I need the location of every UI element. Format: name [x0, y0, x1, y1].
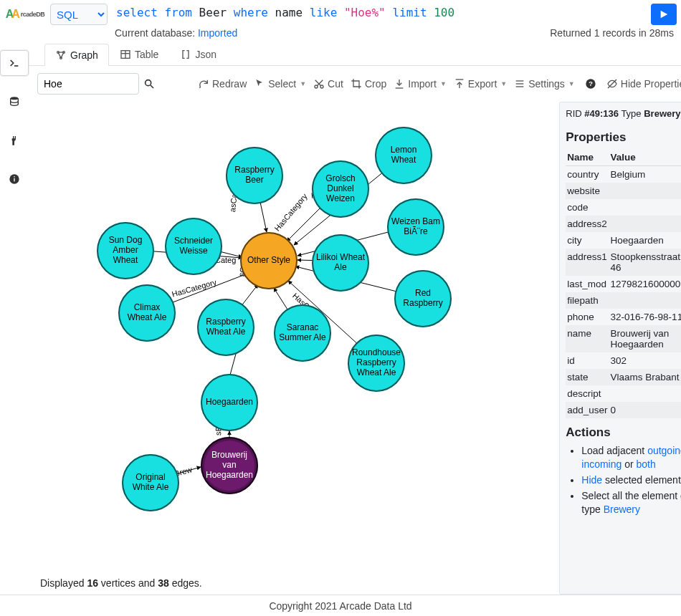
svg-text:?: ?	[589, 80, 593, 87]
action-hide-selected: Hide selected elements	[581, 473, 681, 487]
property-row: address2	[566, 216, 681, 232]
link-incoming[interactable]: incoming	[581, 458, 622, 470]
properties-col-name: Name	[566, 149, 609, 166]
graph-icon	[55, 49, 67, 61]
redraw-button[interactable]: Redraw	[198, 78, 247, 90]
result-tabs: Graph Table Json	[29, 43, 681, 66]
property-row: stateVlaams Brabant	[566, 369, 681, 385]
svg-line-11	[58, 52, 61, 58]
property-row: filepath	[566, 292, 681, 309]
settings-dropdown[interactable]: Settings▼	[514, 78, 575, 90]
footer-text: Copyright 2021 Arcade Data Ltd	[0, 595, 681, 616]
graph-node[interactable]: Original White Ale	[122, 454, 179, 511]
nav-info-icon[interactable]	[0, 166, 29, 192]
nav-database-icon[interactable]	[0, 89, 29, 115]
query-result-status: Returned 1 records in 28ms	[550, 27, 674, 39]
properties-panel: RID #49:136 Type Brewery Properties Name…	[559, 102, 681, 595]
properties-col-value: Value	[609, 149, 681, 166]
graph-node[interactable]: Roundhouse Raspberry Wheat Ale	[348, 335, 405, 392]
properties-table: Name Value countryBelgiumwebsitecodeaddr…	[566, 149, 681, 418]
actions-heading: Actions	[566, 425, 681, 440]
property-row: phone32-016-76-98-11	[566, 309, 681, 325]
svg-line-16	[151, 85, 153, 88]
query-language-select[interactable]: SQL	[50, 4, 108, 25]
svg-rect-4	[14, 178, 14, 182]
link-outgoing[interactable]: outgoing	[647, 445, 681, 456]
graph-node[interactable]: Sun Dog Amber Wheat	[97, 222, 154, 279]
search-button[interactable]	[143, 78, 155, 90]
graph-node[interactable]: Lilikoi Wheat Ale	[312, 234, 369, 292]
property-row: last_mod1279821600000	[566, 276, 681, 292]
svg-marker-0	[661, 11, 668, 19]
graph-node[interactable]: Weizen Bam BiÃ¨re	[387, 198, 444, 256]
search-icon	[143, 78, 155, 90]
pointer-icon	[254, 78, 265, 90]
export-icon	[454, 78, 465, 90]
cut-button[interactable]: Cut	[313, 78, 343, 90]
action-select-all-type: Select all the element of type Brewery	[581, 489, 681, 516]
settings-icon	[514, 78, 525, 90]
graph-node[interactable]: Raspberry Beer	[226, 147, 283, 204]
query-input[interactable]: select from Beer where name like "Hoe%" …	[112, 4, 647, 25]
graph-canvas[interactable]: HasCategory HasCategory HasCategory Cate…	[29, 102, 559, 595]
property-row: nameBrouwerij van Hoegaarden	[566, 325, 681, 352]
graph-node[interactable]: Climax Wheat Ale	[118, 284, 176, 342]
crop-icon	[351, 78, 362, 90]
crop-button[interactable]: Crop	[351, 78, 386, 90]
import-dropdown[interactable]: Import▼	[394, 78, 447, 90]
graph-node[interactable]: Grolsch Dunkel Weizen	[312, 160, 369, 218]
displayed-counts: Displayed 16 vertices and 38 edges.	[40, 577, 202, 589]
tab-graph[interactable]: Graph	[44, 44, 109, 66]
json-icon	[180, 49, 191, 60]
graph-node[interactable]: Raspberry Wheat Ale	[197, 299, 254, 356]
element-rid: RID #49:136 Type Brewery	[566, 107, 681, 123]
actions-list: Load adjacent outgoing, incoming or both…	[566, 444, 681, 516]
play-icon	[659, 9, 669, 19]
action-load-adjacent: Load adjacent outgoing, incoming or both	[581, 444, 681, 471]
graph-toolbar: Redraw Select▼ Cut Crop Import▼ Export▼	[29, 66, 681, 102]
current-database-link[interactable]: Imported	[198, 27, 237, 39]
svg-line-10	[61, 52, 64, 58]
hide-properties-button[interactable]: Hide Properties	[606, 78, 681, 90]
graph-node[interactable]: Saranac Summer Ale	[274, 304, 331, 362]
svg-point-15	[146, 80, 151, 86]
properties-heading: Properties	[566, 130, 681, 145]
redraw-icon	[198, 78, 209, 90]
nav-console-icon[interactable]	[0, 50, 29, 76]
run-query-button[interactable]	[651, 4, 677, 25]
graph-node[interactable]: Red Raspberry	[394, 270, 452, 327]
svg-point-2	[11, 97, 19, 100]
current-database-label: Current database: Imported	[115, 27, 237, 39]
graph-node[interactable]: Hoegaarden	[201, 374, 258, 431]
tab-json[interactable]: Json	[169, 43, 227, 65]
property-row: cityHoegaarden	[566, 232, 681, 249]
table-icon	[120, 49, 131, 60]
link-both[interactable]: both	[637, 458, 656, 470]
select-dropdown[interactable]: Select▼	[254, 78, 306, 90]
arcadedb-logo: AArcadeDB	[4, 4, 46, 24]
cut-icon	[313, 78, 325, 90]
graph-node-selected[interactable]: Brouwerij van Hoegaarden	[201, 437, 258, 494]
link-brewery-type[interactable]: Brewery	[604, 504, 640, 515]
import-icon	[394, 78, 405, 90]
help-icon: ?	[585, 78, 596, 90]
graph-node[interactable]: Lemon Wheat	[375, 127, 432, 184]
property-row: descript	[566, 385, 681, 402]
svg-rect-5	[14, 176, 14, 177]
help-button[interactable]: ?	[585, 78, 596, 90]
nav-plugin-icon[interactable]	[0, 127, 29, 153]
left-sidebar	[0, 43, 29, 595]
property-row: address1Stoopkensstraat 46	[566, 249, 681, 276]
tab-table[interactable]: Table	[109, 43, 169, 65]
graph-node[interactable]: Schneider Weisse	[165, 218, 222, 275]
property-row: countryBelgium	[566, 166, 681, 183]
export-dropdown[interactable]: Export▼	[454, 78, 507, 90]
property-row: id302	[566, 352, 681, 369]
link-hide[interactable]: Hide	[581, 474, 602, 486]
eye-off-icon	[606, 78, 618, 90]
property-row: add_user0	[566, 402, 681, 418]
graph-node-center[interactable]: Other Style	[240, 232, 297, 289]
graph-search-input[interactable]	[37, 73, 139, 95]
property-row: code	[566, 199, 681, 216]
property-row: website	[566, 183, 681, 199]
